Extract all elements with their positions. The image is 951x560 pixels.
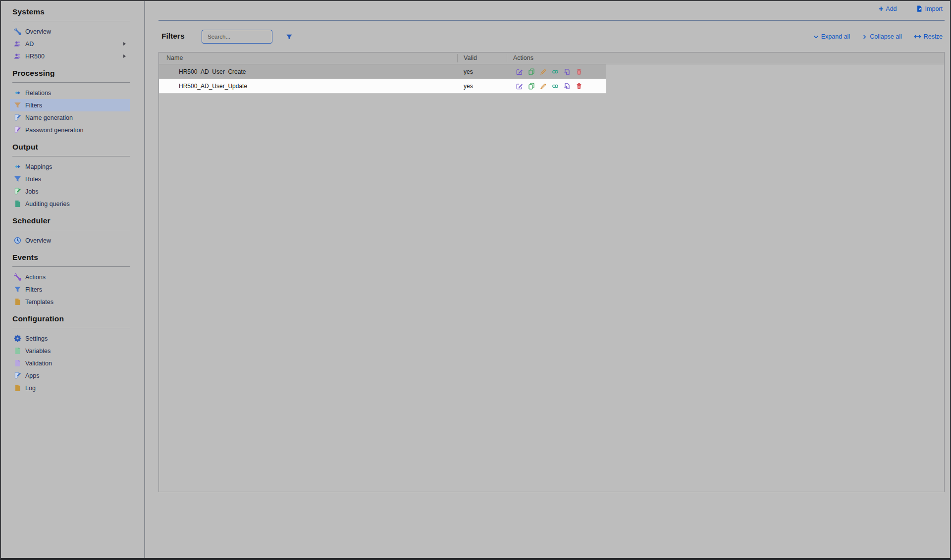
tree-controls: Expand all Collapse all Resize [813, 33, 943, 40]
submenu-arrow-icon[interactable] [123, 54, 126, 58]
rename-pencil-icon[interactable] [540, 68, 547, 75]
filter-name: HR500_AD_User_Update [179, 83, 247, 90]
table-row-highlighted[interactable]: HR500_AD_User_Update yes [159, 79, 606, 93]
clock-icon [14, 237, 21, 244]
page-title: Filters [161, 32, 185, 41]
add-button[interactable]: + Add [879, 5, 897, 12]
section-divider [12, 266, 130, 267]
delete-trash-icon[interactable] [576, 83, 582, 90]
sidebar-item-label: Variables [25, 348, 51, 355]
row-actions [516, 64, 582, 79]
sidebar-item-relations[interactable]: Relations [10, 87, 130, 99]
expand-all-button[interactable]: Expand all [813, 33, 850, 40]
sidebar-item-ad[interactable]: AD [10, 38, 130, 50]
sidebar-item-overview-systems[interactable]: Overview [10, 25, 130, 38]
section-title-events: Events [12, 253, 144, 262]
chevron-down-icon [813, 34, 819, 40]
section-divider [12, 156, 130, 156]
link-icon[interactable] [552, 68, 559, 75]
document-icon [14, 200, 21, 207]
section-title-configuration: Configuration [12, 314, 144, 323]
sidebar-item-templates[interactable]: Templates [10, 296, 130, 308]
sidebar-item-label: Relations [25, 90, 51, 97]
column-divider[interactable] [507, 54, 507, 62]
sidebar-item-label: Filters [25, 286, 42, 293]
export-icon[interactable] [564, 68, 571, 75]
section-divider [12, 21, 130, 21]
sidebar-item-validation[interactable]: Validation [10, 357, 130, 369]
doc-pencil-icon [14, 114, 21, 121]
section-title-output: Output [12, 143, 144, 152]
export-icon[interactable] [564, 83, 571, 90]
funnel-icon [14, 175, 21, 183]
document-icon [14, 347, 21, 355]
table-row[interactable]: HR500_AD_User_Create yes [159, 64, 606, 79]
rename-pencil-icon[interactable] [540, 83, 547, 90]
sidebar-item-password-generation[interactable]: Password generation [10, 124, 130, 136]
submenu-arrow-icon[interactable] [123, 42, 126, 46]
sidebar-item-label: Roles [25, 176, 41, 183]
section-title-processing: Processing [12, 69, 144, 78]
column-header-actions[interactable]: Actions [513, 54, 533, 61]
sidebar-item-label: Overview [25, 237, 51, 244]
section-divider [12, 328, 130, 328]
resize-arrows-icon [914, 34, 921, 39]
sidebar-item-name-generation[interactable]: Name generation [10, 111, 130, 124]
sidebar-item-label: Overview [25, 28, 51, 35]
sidebar-item-label: AD [25, 41, 34, 48]
sidebar-item-auditing-queries[interactable]: Auditing queries [10, 198, 130, 210]
sidebar-item-label: HR500 [25, 53, 45, 60]
import-button[interactable]: Import [916, 5, 943, 12]
edit-icon[interactable] [516, 68, 523, 75]
main-content: + Add Import Filters Expand all [145, 0, 951, 560]
sidebar-item-label: Password generation [25, 127, 83, 134]
column-divider[interactable] [457, 54, 458, 62]
wrench-icon [14, 28, 21, 35]
delete-trash-icon[interactable] [576, 68, 582, 75]
sidebar-item-actions[interactable]: Actions [10, 271, 130, 283]
column-header-name[interactable]: Name [166, 54, 183, 61]
doc-pencil-icon [14, 372, 21, 379]
sidebar-item-apps[interactable]: Apps [10, 369, 130, 382]
sidebar-item-filters-processing[interactable]: Filters [10, 99, 130, 111]
duplicate-icon[interactable] [528, 68, 535, 75]
column-divider[interactable] [606, 54, 606, 62]
sidebar-item-overview-scheduler[interactable]: Overview [10, 234, 130, 247]
relation-arrows-icon [14, 163, 21, 170]
search-box [202, 30, 272, 44]
search-filter-icon[interactable] [286, 34, 293, 40]
sidebar-item-variables[interactable]: Variables [10, 345, 130, 357]
wrench-icon [14, 273, 21, 281]
sidebar-item-filters-events[interactable]: Filters [10, 283, 130, 296]
toolbar: + Add Import [879, 5, 943, 12]
sidebar-item-jobs[interactable]: Jobs [10, 185, 130, 198]
document-icon [14, 298, 21, 305]
section-title-systems: Systems [12, 7, 144, 16]
search-input[interactable] [202, 34, 286, 40]
sidebar-item-roles[interactable]: Roles [10, 173, 130, 185]
sidebar-item-label: Name generation [25, 114, 73, 121]
collapse-all-button[interactable]: Collapse all [862, 33, 902, 40]
resize-button[interactable]: Resize [914, 33, 943, 40]
filter-name: HR500_AD_User_Create [179, 68, 246, 75]
sidebar-item-label: Filters [25, 102, 42, 109]
page-header: Filters Expand all Collapse all Resize [158, 29, 945, 45]
column-header-valid[interactable]: Valid [464, 54, 477, 61]
gear-icon [14, 335, 21, 342]
sidebar-item-mappings[interactable]: Mappings [10, 160, 130, 173]
edit-icon[interactable] [516, 83, 523, 90]
doc-pencil-icon [14, 126, 21, 134]
link-icon[interactable] [552, 83, 559, 90]
sidebar-item-label: Apps [25, 372, 40, 379]
sidebar-item-label: Validation [25, 360, 52, 367]
sidebar-item-settings[interactable]: Settings [10, 332, 130, 345]
import-icon [916, 5, 923, 12]
users-icon [14, 52, 21, 60]
toolbar-divider [158, 20, 945, 21]
sidebar-item-log[interactable]: Log [10, 382, 130, 394]
sidebar-item-label: Jobs [25, 188, 38, 195]
section-divider [12, 230, 130, 230]
sidebar: Systems Overview AD HR500 Processing Rel… [0, 0, 145, 560]
sidebar-item-hr500[interactable]: HR500 [10, 50, 130, 62]
duplicate-icon[interactable] [528, 83, 535, 90]
